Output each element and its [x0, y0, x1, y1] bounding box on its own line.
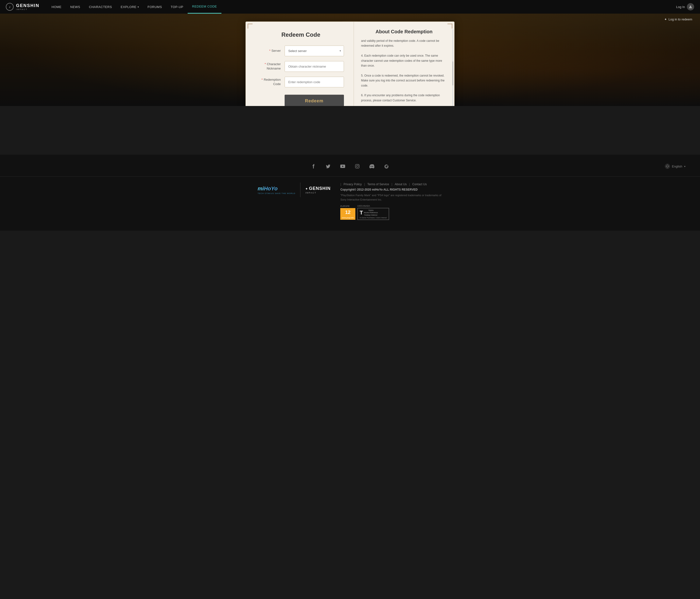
nav-topup[interactable]: TOP-UP — [166, 0, 188, 14]
about-text: and validity period of the redemption co… — [361, 39, 447, 103]
nav-links: HOME NEWS CHARACTERS EXPLORE ▾ FORUMS TO… — [47, 0, 676, 14]
footer-content: miHoYo TECH OTAKUS SAVE THE WORLD ✦GENSH… — [253, 177, 447, 226]
server-label: *Server — [258, 49, 284, 53]
pegi-badge: 12 www.pegi.info — [340, 208, 355, 220]
terms-of-service-link[interactable]: Terms of Service — [365, 182, 391, 186]
scrollbar[interactable] — [452, 29, 453, 106]
footer-copyright: Copyright© 2012-2020 miHoYo ALL RIGHTS R… — [340, 188, 442, 191]
form-title: Redeem Code — [258, 31, 344, 38]
redeem-card: Redeem Code *Server Select server Asia A… — [246, 21, 454, 106]
rating-badges: EUROPE 12 www.pegi.info US/CANADA T — [340, 205, 442, 220]
nav-explore[interactable]: EXPLORE ▾ — [117, 0, 143, 14]
scrollbar-thumb — [452, 61, 453, 85]
avatar — [687, 3, 694, 10]
genshin-footer-logo: ✦GENSHIN IMPACT — [305, 186, 330, 194]
svg-point-10 — [387, 165, 388, 166]
nickname-row: *CharacterNickname — [258, 61, 344, 72]
contact-us-link[interactable]: Contact Us — [410, 182, 429, 186]
about-title: About Code Redemption — [361, 29, 447, 34]
footer-links: | Privacy Policy | Terms of Service | Ab… — [340, 182, 442, 186]
footer-social: English ▾ — [0, 162, 700, 177]
login-button[interactable]: Log In — [676, 3, 694, 10]
svg-rect-3 — [355, 164, 359, 168]
footer: English ▾ miHoYo TECH OTAKUS SAVE THE WO… — [0, 155, 700, 231]
privacy-policy-link[interactable]: Privacy Policy — [341, 182, 364, 186]
code-row: *RedemptionCode — [258, 77, 344, 87]
server-select-wrapper: Select server Asia America Europe SAR ▾ — [284, 46, 344, 56]
pegi-badge-container: EUROPE 12 www.pegi.info — [340, 205, 355, 220]
svg-point-4 — [356, 165, 358, 167]
nav-forums[interactable]: FORUMS — [143, 0, 166, 14]
esrb-badge-container: US/CANADA T TEEN Alcohol Reference Fanta… — [357, 205, 390, 220]
footer-logos: miHoYo TECH OTAKUS SAVE THE WORLD ✦GENSH… — [258, 182, 330, 197]
nav-news[interactable]: NEWS — [66, 0, 84, 14]
card-corner-tl — [248, 24, 253, 28]
facebook-icon[interactable] — [309, 162, 318, 171]
redeem-button[interactable]: Redeem — [284, 95, 344, 106]
redeem-form: Redeem Code *Server Select server Asia A… — [246, 22, 354, 106]
server-row: *Server Select server Asia America Europ… — [258, 46, 344, 56]
nav-home[interactable]: HOME — [47, 0, 66, 14]
navbar: ♪ GENSHIN IMPACT HOME NEWS CHARACTERS EX… — [0, 0, 700, 14]
youtube-icon[interactable] — [338, 162, 347, 171]
globe-icon — [665, 164, 670, 169]
nav-right: Log In — [676, 3, 694, 10]
chevron-down-icon: ▾ — [684, 165, 685, 168]
server-select[interactable]: Select server Asia America Europe SAR — [284, 46, 344, 56]
logo[interactable]: ♪ GENSHIN IMPACT — [6, 3, 40, 11]
nav-redeem-code[interactable]: REDEEM CODE — [188, 0, 221, 14]
svg-point-9 — [387, 166, 388, 167]
code-input[interactable] — [284, 77, 344, 87]
nickname-label: *CharacterNickname — [258, 62, 284, 71]
language-selector[interactable]: English ▾ — [665, 164, 685, 169]
hero-section: ✦ Log in to redeem Redeem Code *Server S… — [0, 14, 700, 106]
chevron-down-icon: ▾ — [138, 6, 139, 8]
svg-point-5 — [358, 165, 359, 166]
reddit-icon[interactable] — [382, 162, 391, 171]
logo-icon: ♪ — [6, 3, 14, 11]
esrb-badge: T TEEN Alcohol Reference Fantasy Violenc… — [357, 208, 390, 220]
instagram-icon[interactable] — [353, 162, 362, 171]
twitter-icon[interactable] — [324, 162, 332, 171]
nickname-input[interactable] — [284, 61, 344, 72]
footer-right: | Privacy Policy | Terms of Service | Ab… — [340, 182, 442, 220]
login-to-redeem[interactable]: ✦ Log in to redeem — [664, 18, 692, 21]
about-us-link[interactable]: About Us — [392, 182, 409, 186]
redeem-button-row: Redeem — [258, 92, 344, 106]
footer-ps-note: "PlayStation Family Mark" and "PS4 logo"… — [340, 193, 442, 202]
logo-text: GENSHIN IMPACT — [16, 3, 40, 10]
discord-icon[interactable] — [368, 162, 376, 171]
about-section: About Code Redemption and validity perio… — [354, 22, 454, 106]
mihoyo-logo: miHoYo TECH OTAKUS SAVE THE WORLD — [258, 185, 295, 195]
nav-characters[interactable]: CHARACTERS — [84, 0, 117, 14]
svg-point-8 — [385, 166, 386, 167]
code-label: *RedemptionCode — [258, 78, 284, 86]
